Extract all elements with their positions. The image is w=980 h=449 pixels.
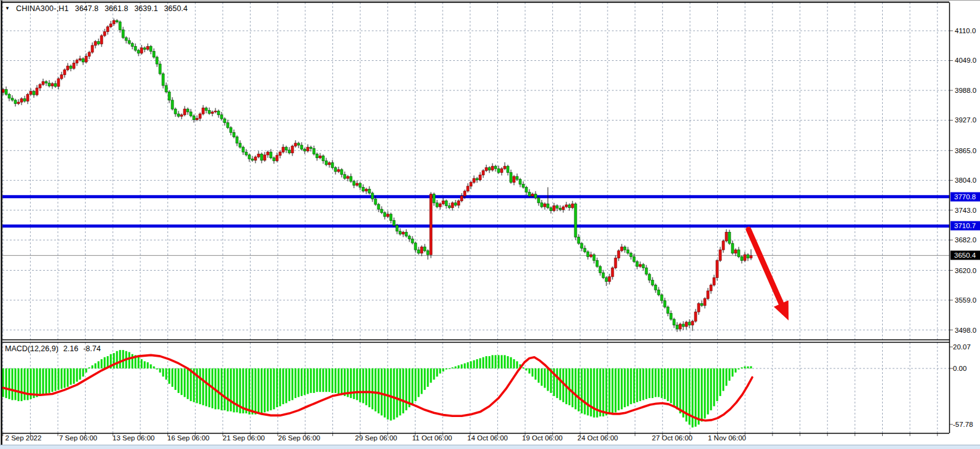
macd-main-value: 2.16 (63, 344, 78, 353)
price-axis-label: 3927.0 (955, 116, 976, 124)
macd-axis-label: 0.00 (953, 365, 966, 372)
chart-canvas[interactable] (0, 0, 980, 449)
window-bottom-strip (0, 445, 980, 449)
price-axis-label: 3804.0 (955, 177, 976, 184)
macd-axis-label: -57.78 (953, 421, 973, 428)
symbol-period-label: CHINA300-,H1 (16, 4, 69, 13)
price-axis-label: 3743.0 (955, 207, 976, 214)
level-price-badge-3710: 3710.7 (950, 221, 980, 231)
ohlc-low: 3639.1 (134, 4, 158, 13)
price-axis-label: 4110.0 (955, 27, 976, 34)
macd-indicator-label: MACD(12,26,9) 2.16 -8.74 (5, 344, 101, 353)
down-trend-arrow[interactable] (749, 229, 782, 306)
price-axis-label: 3865.0 (955, 147, 976, 154)
current-price-badge: 3650.4 (950, 251, 980, 260)
macd-signal-value: -8.74 (83, 344, 101, 353)
time-axis-label: 7 Sep 06:00 (59, 434, 97, 442)
macd-name: MACD(12,26,9) (5, 344, 58, 353)
time-axis-label: 11 Oct 06:00 (412, 434, 452, 442)
chart-header: ▼ CHINA300-,H1 3647.8 3661.8 3639.1 3650… (5, 4, 188, 13)
time-axis-label: 24 Oct 06:00 (577, 434, 618, 442)
price-axis-label: 4049.0 (955, 57, 976, 64)
macd-axis-label: 20.07 (953, 343, 971, 351)
ohlc-open: 3647.8 (75, 4, 98, 13)
ohlc-close: 3650.4 (164, 4, 187, 13)
price-axis-label: 3682.0 (955, 236, 976, 244)
time-axis-label: 27 Oct 06:00 (652, 434, 693, 442)
time-axis-label: 16 Sep 06:00 (167, 434, 209, 442)
time-axis-label: 26 Sep 06:00 (278, 434, 320, 442)
price-axis-label: 3498.0 (955, 327, 976, 334)
price-axis-label: 3988.0 (955, 87, 976, 94)
level-price-badge-3770: 3770.8 (950, 192, 980, 201)
time-axis-label: 19 Oct 06:00 (522, 434, 563, 442)
symbol-dropdown-icon[interactable]: ▼ (5, 6, 10, 11)
time-axis-label: 14 Oct 06:00 (467, 434, 508, 442)
price-axis-label: 3559.0 (955, 296, 976, 304)
time-axis-label: 29 Sep 06:00 (355, 434, 397, 442)
time-axis-label: 2 Sep 2022 (6, 434, 42, 442)
chart-window: ▼ CHINA300-,H1 3647.8 3661.8 3639.1 3650… (0, 0, 980, 449)
time-axis-label: 1 Nov 06:00 (708, 434, 746, 442)
ohlc-high: 3661.8 (105, 4, 128, 13)
time-axis-label: 21 Sep 06:00 (223, 434, 265, 442)
price-axis-label: 3620.0 (955, 267, 976, 274)
time-axis-label: 13 Sep 06:00 (113, 434, 155, 442)
